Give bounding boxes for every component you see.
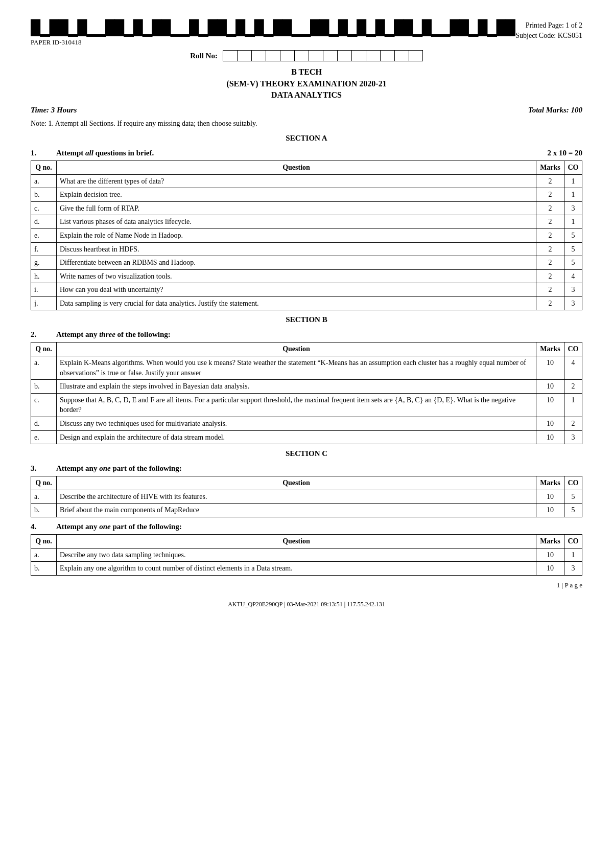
marks-label: Total Marks: 100 (528, 105, 582, 116)
section-b-title: SECTION B (31, 314, 582, 325)
cell-co: 5 (564, 490, 582, 504)
cell-qno: b. (31, 562, 57, 576)
cell-co: 4 (564, 356, 582, 380)
cell-co: 4 (564, 269, 582, 283)
table-row: h. Write names of two visualization tool… (31, 269, 582, 283)
cell-marks: 10 (536, 393, 564, 417)
time-label: Time: 3 Hours (31, 105, 77, 116)
roll-box (266, 50, 280, 61)
cell-question: Illustrate and explain the steps involve… (57, 380, 536, 394)
th-co: CO (564, 535, 582, 549)
subject-code: Subject Code: KCS051 (515, 31, 582, 41)
cell-co: 2 (564, 417, 582, 431)
cell-question: How can you deal with uncertainty? (57, 283, 536, 297)
q2-text: Attempt any three of the following: (56, 329, 171, 340)
cell-question: Explain any one algorithm to count numbe… (57, 562, 536, 576)
cell-co: 5 (564, 242, 582, 256)
table-row: f. Discuss heartbeat in HDFS. 2 5 (31, 242, 582, 256)
th-co: CO (564, 161, 582, 174)
roll-box (394, 50, 409, 61)
question1-header: 1. Attempt all questions in brief. 2 x 1… (31, 148, 582, 158)
th-question: Question (57, 161, 536, 174)
cell-co: 3 (564, 430, 582, 444)
table-row: d. Discuss any two techniques used for m… (31, 417, 582, 431)
q4-italic: one (99, 522, 111, 531)
section-c-table3: Q no. Question Marks CO a. Describe the … (31, 476, 582, 517)
table-row: e. Explain the role of Name Node in Hado… (31, 229, 582, 242)
cell-marks: 2 (536, 215, 564, 229)
roll-box (237, 50, 251, 61)
note-line: Note: 1. Attempt all Sections. If requir… (31, 119, 582, 129)
cell-marks: 2 (536, 283, 564, 297)
cell-question: Differentiate between an RDBMS and Hadoo… (57, 256, 536, 270)
th-qno: Q no. (31, 342, 57, 356)
cell-co: 5 (564, 504, 582, 517)
section-a-title: SECTION A (31, 133, 582, 144)
cell-co: 3 (564, 283, 582, 297)
section-b-table: Q no. Question Marks CO a. Explain K-Mea… (31, 342, 582, 444)
roll-box (309, 50, 323, 61)
table-row: b. Illustrate and explain the steps invo… (31, 380, 582, 394)
q1-italic: all (85, 149, 93, 157)
cell-qno: c. (31, 201, 57, 215)
cell-marks: 2 (536, 256, 564, 270)
roll-box (366, 50, 380, 61)
section-c-title: SECTION C (31, 448, 582, 459)
printed-info: Printed Page: 1 of 2 Subject Code: KCS05… (515, 20, 582, 40)
th-co: CO (564, 476, 582, 490)
table-header-row: Q no. Question Marks CO (31, 476, 582, 490)
q4-left: 4. Attempt any one part of the following… (31, 521, 182, 532)
barcode-image: █▁██▁█▁▁██▁█▁██▁▁█▁██▁█▁█▁██▁▁██▁█▁█▁█▁█… (31, 20, 515, 37)
section-a-table: Q no. Question Marks CO a. What are the … (31, 161, 582, 311)
cell-question: List various phases of data analytics li… (57, 215, 536, 229)
roll-box (280, 50, 294, 61)
cell-co: 1 (564, 548, 582, 562)
cell-marks: 2 (536, 242, 564, 256)
page-number: 1 | P a g e (31, 581, 582, 590)
cell-qno: b. (31, 188, 57, 202)
question4-header: 4. Attempt any one part of the following… (31, 521, 582, 532)
cell-question: Write names of two visualization tools. (57, 269, 536, 283)
cell-question: Explain the role of Name Node in Hadoop. (57, 229, 536, 242)
cell-co: 2 (564, 380, 582, 394)
q2-left: 2. Attempt any three of the following: (31, 329, 171, 340)
q1-marks: 2 x 10 = 20 (547, 148, 582, 158)
cell-co: 3 (564, 296, 582, 310)
cell-qno: d. (31, 417, 57, 431)
table-row: d. List various phases of data analytics… (31, 215, 582, 229)
title-line2: (SEM-V) THEORY EXAMINATION 2020-21 (31, 78, 582, 89)
cell-qno: a. (31, 174, 57, 188)
th-question: Question (57, 476, 536, 490)
cell-co: 1 (564, 393, 582, 417)
th-marks: Marks (536, 535, 564, 549)
cell-qno: a. (31, 490, 57, 504)
cell-qno: e. (31, 430, 57, 444)
table-header-row: Q no. Question Marks CO (31, 535, 582, 549)
cell-question: Brief about the main components of MapRe… (57, 504, 536, 517)
cell-marks: 2 (536, 229, 564, 242)
table-row: b. Explain any one algorithm to count nu… (31, 562, 582, 576)
table-row: b. Explain decision tree. 2 1 (31, 188, 582, 202)
cell-marks: 10 (536, 430, 564, 444)
cell-question: Discuss any two techniques used for mult… (57, 417, 536, 431)
q4-num: 4. (31, 521, 46, 532)
table-row: g. Differentiate between an RDBMS and Ha… (31, 256, 582, 270)
table-row: j. Data sampling is very crucial for dat… (31, 296, 582, 310)
cell-co: 1 (564, 188, 582, 202)
cell-co: 1 (564, 174, 582, 188)
roll-no-label: Roll No: (190, 51, 218, 61)
cell-marks: 10 (536, 562, 564, 576)
main-title: B TECH (SEM-V) THEORY EXAMINATION 2020-2… (31, 66, 582, 101)
th-marks: Marks (536, 161, 564, 174)
cell-marks: 2 (536, 296, 564, 310)
roll-box (337, 50, 351, 61)
table-row: c. Suppose that A, B, C, D, E and F are … (31, 393, 582, 417)
q3-left: 3. Attempt any one part of the following… (31, 463, 182, 474)
roll-box (223, 50, 237, 61)
q1-left: 1. Attempt all questions in brief. (31, 148, 154, 158)
question2-header: 2. Attempt any three of the following: (31, 329, 582, 340)
cell-co: 5 (564, 229, 582, 242)
cell-qno: f. (31, 242, 57, 256)
footer-text: AKTU_QP20E290QP | 03-Mar-2021 09:13:51 |… (31, 600, 582, 609)
cell-marks: 10 (536, 356, 564, 380)
